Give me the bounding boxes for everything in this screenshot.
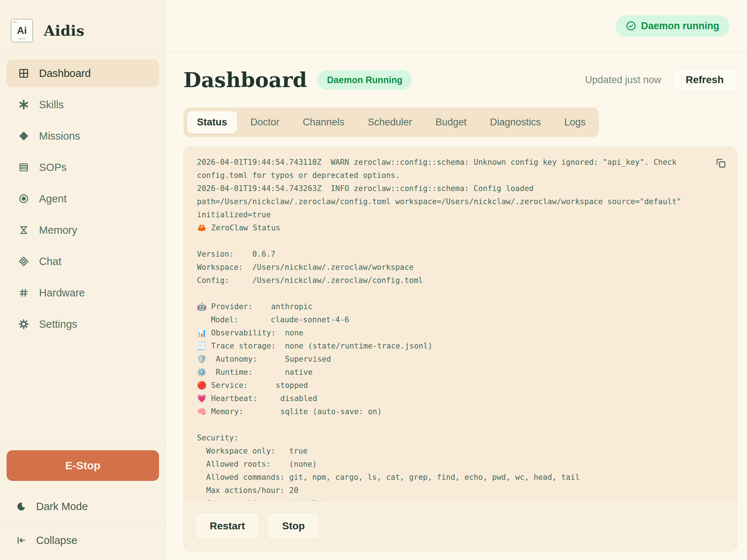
terminal-line: Model: claude-sonnet-4-6 (197, 313, 722, 326)
brand-name: Aidis (44, 22, 85, 39)
terminal-line: Config: /Users/nickclaw/.zeroclaw/config… (197, 274, 722, 287)
refresh-button[interactable]: Refresh (672, 67, 737, 92)
dashboard-grid-icon (18, 68, 29, 79)
terminal-output[interactable]: 2026-04-01T19:44:54.743110Z WARN zerocla… (184, 147, 737, 501)
terminal-line: ⚙️ Runtime: native (197, 366, 722, 379)
moon-icon (16, 501, 26, 512)
terminal-line (197, 234, 722, 248)
sidebar-bottom: E-Stop Dark Mode Collapse (0, 442, 166, 560)
tab-status[interactable]: Status (187, 111, 237, 133)
nested-diamond-icon (18, 256, 29, 267)
terminal-line: Allowed roots: (none) (197, 458, 722, 471)
copy-icon (715, 157, 727, 169)
terminal-line: Max actions/hour: 20 (197, 484, 722, 497)
terminal-line: Workspace only: true (197, 444, 722, 458)
check-circle-icon (626, 20, 636, 31)
gear-icon (18, 319, 29, 330)
tab-logs[interactable]: Logs (554, 111, 596, 133)
sidebar-item-memory[interactable]: Memory (7, 216, 159, 244)
terminal-line: 📊 Observability: none (197, 326, 722, 339)
sidebar-item-label: Settings (39, 318, 77, 330)
terminal-line: 🔴 Service: stopped (197, 379, 722, 392)
terminal-line: 2026-04-01T19:44:54.743110Z WARN zerocla… (197, 156, 722, 182)
dark-mode-label: Dark Mode (36, 501, 88, 513)
header-actions: Updated just now Refresh (585, 67, 737, 92)
terminal-line: Cost tracking: disabled (197, 497, 722, 501)
tab-scheduler[interactable]: Scheduler (358, 111, 422, 133)
terminal-line: Allowed commands: git, npm, cargo, ls, c… (197, 471, 722, 484)
terminal-line (197, 287, 722, 300)
sidebar-item-settings[interactable]: Settings (7, 310, 159, 338)
tab-channels[interactable]: Channels (293, 111, 354, 133)
divider (0, 442, 166, 442)
record-circle-icon (18, 193, 29, 204)
tab-budget[interactable]: Budget (426, 111, 477, 133)
page-title: Dashboard (183, 68, 307, 92)
sidebar-item-label: Dashboard (39, 67, 91, 79)
sidebar-item-label: Agent (39, 193, 67, 205)
hourglass-icon (18, 225, 29, 236)
diamond-icon (18, 131, 29, 141)
copy-button[interactable] (713, 156, 728, 170)
sidebar-item-label: Skills (39, 99, 64, 111)
estop-button[interactable]: E-Stop (7, 450, 159, 481)
collapse-left-icon (16, 535, 26, 545)
app-logo: Ai (11, 19, 33, 42)
terminal-line: Version: 0.6.7 (197, 248, 722, 261)
terminal-line: 🧠 Memory: sqlite (auto-save: on) (197, 405, 722, 418)
status-card: 2026-04-01T19:44:54.743110Z WARN zerocla… (183, 147, 737, 551)
updated-timestamp: Updated just now (585, 74, 661, 86)
brand: Ai Aidis (0, 0, 166, 52)
tab-doctor[interactable]: Doctor (241, 111, 290, 133)
sidebar: Ai Aidis Dashboard Skills (0, 0, 166, 560)
collapse-label: Collapse (36, 534, 77, 547)
terminal-line: Security: (197, 431, 722, 444)
sidebar-item-chat[interactable]: Chat (7, 248, 159, 275)
app-window: Ai Aidis Dashboard Skills (0, 0, 747, 560)
lined-document-icon (18, 162, 29, 173)
terminal-line: Workspace: /Users/nickclaw/.zeroclaw/wor… (197, 261, 722, 274)
page-content: Dashboard Daemon Running Updated just no… (166, 52, 747, 551)
main-area: Daemon running Dashboard Daemon Running … (166, 0, 747, 560)
sidebar-item-skills[interactable]: Skills (7, 91, 159, 118)
restart-button[interactable]: Restart (195, 513, 260, 540)
terminal-line: 2026-04-01T19:44:54.743263Z INFO zerocla… (197, 182, 722, 221)
daemon-status-text: Daemon running (641, 20, 720, 32)
tab-diagnostics[interactable]: Diagnostics (480, 111, 551, 133)
daemon-status-pill: Daemon running (615, 15, 730, 37)
page-header: Dashboard Daemon Running Updated just no… (183, 67, 737, 92)
topbar: Daemon running (166, 0, 747, 52)
daemon-running-badge: Daemon Running (317, 70, 413, 90)
sidebar-item-label: Memory (39, 224, 77, 236)
card-footer: Restart Stop (184, 501, 737, 551)
logo-text: Ai (17, 25, 27, 36)
tab-bar: Status Doctor Channels Scheduler Budget … (183, 108, 599, 137)
dark-mode-toggle[interactable]: Dark Mode (0, 490, 166, 523)
stop-button[interactable]: Stop (267, 513, 320, 540)
sidebar-item-label: Missions (39, 130, 80, 142)
sidebar-item-label: SOPs (39, 162, 67, 174)
sidebar-item-hardware[interactable]: Hardware (7, 279, 159, 307)
sidebar-item-agent[interactable]: Agent (7, 185, 159, 213)
terminal-line: 🧾 Trace storage: none (state/runtime-tra… (197, 339, 722, 353)
sidebar-item-missions[interactable]: Missions (7, 122, 159, 150)
terminal-line: 🦀 ZeroClaw Status (197, 221, 722, 234)
hash-icon (18, 287, 29, 298)
sidebar-item-label: Hardware (39, 287, 85, 299)
terminal-line (197, 418, 722, 431)
sidebar-item-dashboard[interactable]: Dashboard (7, 59, 159, 87)
terminal-line: 🛡️ Autonomy: Supervised (197, 353, 722, 366)
asterisk-icon (18, 99, 29, 110)
terminal-line: 💗 Heartbeat: disabled (197, 392, 722, 405)
sidebar-item-sops[interactable]: SOPs (7, 153, 159, 181)
terminal-line: 🤖 Provider: anthropic (197, 300, 722, 313)
sidebar-item-label: Chat (39, 256, 61, 268)
collapse-sidebar-button[interactable]: Collapse (0, 524, 166, 557)
sidebar-nav: Dashboard Skills Missions SOPs (0, 52, 166, 338)
